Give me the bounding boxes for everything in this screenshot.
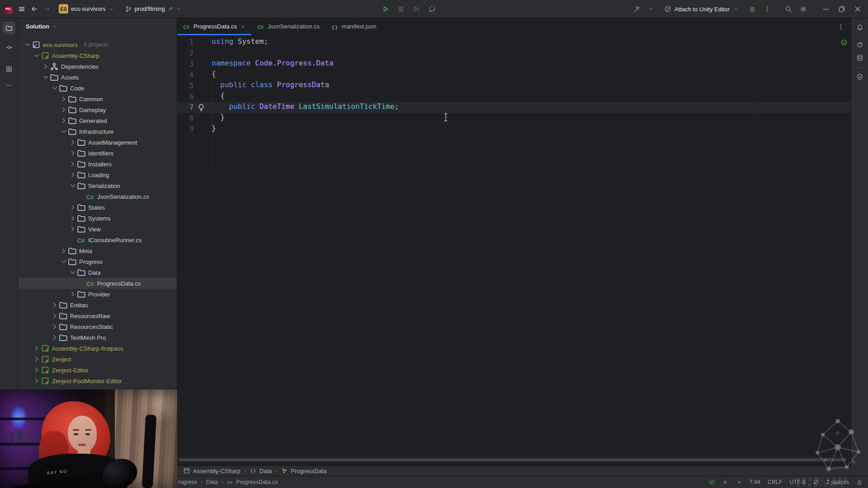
tree-item-zenject[interactable]: Zenject (18, 354, 177, 365)
close-tab-icon[interactable] (240, 24, 245, 29)
window-close-button[interactable] (854, 5, 862, 13)
tree-item-common[interactable]: Common (18, 94, 177, 104)
tree-item-infrastructure[interactable]: Infrastructure (18, 126, 177, 137)
tree-item-textmesh-pro[interactable]: TextMesh Pro (18, 332, 177, 343)
tree-expanded-chevron-icon[interactable] (69, 182, 77, 190)
tree-item-icoroutinerunner-cs[interactable]: C#ICoroutineRunner.cs (18, 235, 177, 245)
unity-profile-button[interactable] (428, 5, 437, 14)
tree-item-assets[interactable]: Assets (18, 72, 177, 83)
gutter-line-6[interactable]: 6 (177, 91, 212, 102)
navigate-back-icon[interactable] (31, 5, 38, 13)
tree-item-assembly-csharp[interactable]: Assembly-CSharp (18, 50, 177, 61)
breadcrumb-assembly-csharp[interactable]: Assembly-CSharp (183, 467, 241, 474)
tree-collapsed-chevron-icon[interactable] (69, 160, 77, 168)
tree-collapsed-chevron-icon[interactable] (51, 323, 59, 331)
code-editor[interactable]: 123456789 using System;namespace Code.Pr… (177, 35, 851, 465)
tree-item-progressdata-cs[interactable]: C#ProgressData.cs (18, 278, 177, 289)
gutter-line-1[interactable]: 1 (177, 37, 212, 48)
tree-item-zenject-editor[interactable]: Zenject-Editor (18, 365, 177, 375)
tree-item-resourcesstatic[interactable]: ResourcesStatic (18, 321, 177, 332)
pause-button[interactable] (397, 5, 405, 13)
breadcrumb-progressdata[interactable]: ProgressData (281, 467, 326, 474)
tree-collapsed-chevron-icon[interactable] (69, 203, 77, 211)
tree-collapsed-chevron-icon[interactable] (51, 312, 59, 320)
more-actions-icon[interactable] (764, 5, 771, 13)
tree-item-view[interactable]: View (18, 224, 177, 235)
tree-item-data[interactable]: Data (18, 267, 177, 278)
tree-expanded-chevron-icon[interactable] (51, 84, 59, 92)
tree-item-zenject-poolmonitor-editor[interactable]: Zenject-PoolMonitor-Editor (18, 375, 177, 386)
tree-item-jsonserialization-cs[interactable]: C#JsonSerialization.cs (18, 191, 177, 202)
gutter-line-7[interactable]: 7 (177, 102, 212, 113)
tree-item-code[interactable]: Code (18, 83, 177, 94)
tree-collapsed-chevron-icon[interactable] (33, 355, 41, 363)
vcs-branch-selector[interactable]: prod/filming (122, 4, 184, 14)
tree-collapsed-chevron-icon[interactable] (60, 95, 68, 103)
tab-manifest-json[interactable]: { }manifest.json (326, 18, 382, 35)
tree-item-assembly-csharp-firstpass[interactable]: Assembly-CSharp-firstpass (18, 343, 177, 354)
navigate-forward-icon[interactable] (43, 5, 51, 13)
tree-item-resourcesraw[interactable]: ResourcesRaw (18, 310, 177, 321)
tree-collapsed-chevron-icon[interactable] (33, 377, 41, 385)
tab-options-icon[interactable] (837, 23, 844, 30)
tree-collapsed-chevron-icon[interactable] (69, 290, 77, 298)
debug-button[interactable] (749, 5, 756, 13)
tree-expanded-chevron-icon[interactable] (24, 41, 32, 49)
tree-collapsed-chevron-icon[interactable] (42, 62, 50, 70)
gutter-line-9[interactable]: 9 (177, 124, 212, 135)
more-tool-windows-button[interactable] (5, 82, 13, 89)
tree-collapsed-chevron-icon[interactable] (60, 117, 68, 125)
problems-shield-icon[interactable] (856, 73, 863, 80)
gutter-line-4[interactable]: 4 (177, 70, 212, 80)
gutter-line-3[interactable]: 3 (177, 59, 212, 70)
status-unity-status[interactable] (736, 479, 742, 485)
settings-gear-icon[interactable] (800, 5, 807, 13)
tree-collapsed-chevron-icon[interactable] (69, 214, 77, 222)
tree-item-loading[interactable]: Loading (18, 169, 177, 180)
tree-item-states[interactable]: States (18, 202, 177, 213)
status-code-vision-status[interactable]: N (722, 479, 729, 485)
main-menu-icon[interactable] (18, 5, 25, 13)
tree-item-progress[interactable]: Progress (18, 256, 177, 267)
gutter-line-2[interactable]: 2 (177, 48, 212, 59)
tree-item-serialization[interactable]: Serialization (18, 180, 177, 191)
status-path-progressdata-cs[interactable]: C#ProgressData.cs (227, 479, 278, 485)
run-configuration-selector[interactable]: Attach to Unity Editor (661, 4, 741, 14)
gutter-line-5[interactable]: 5 (177, 80, 212, 91)
tree-item-assetmanagement[interactable]: AssetManagement (18, 137, 177, 148)
window-minimize-button[interactable] (822, 5, 830, 13)
tree-collapsed-chevron-icon[interactable] (51, 301, 59, 309)
window-restore-button[interactable] (838, 5, 846, 13)
solution-panel-header[interactable]: Solution (18, 18, 177, 35)
solution-explorer-tool-button[interactable] (3, 22, 15, 34)
tree-item-systems[interactable]: Systems (18, 213, 177, 224)
status-path-rogress[interactable]: rogress (178, 479, 197, 485)
tree-collapsed-chevron-icon[interactable] (60, 106, 68, 114)
run-button[interactable] (382, 5, 389, 13)
tab-jsonserialization-cs[interactable]: C#JsonSerialization.cs (251, 18, 326, 35)
notifications-bell-icon[interactable] (856, 24, 863, 31)
tree-collapsed-chevron-icon[interactable] (69, 138, 77, 146)
ai-assistant-icon[interactable] (856, 41, 863, 48)
tree-item-provider[interactable]: Provider (18, 289, 177, 300)
tree-collapsed-chevron-icon[interactable] (69, 171, 77, 179)
tree-collapsed-chevron-icon[interactable] (33, 344, 41, 352)
structure-tool-button[interactable] (5, 66, 13, 73)
tree-item-meta[interactable]: Meta (18, 245, 177, 256)
tree-collapsed-chevron-icon[interactable] (33, 366, 41, 374)
tree-item-identifiers[interactable]: Identifiers (18, 148, 177, 159)
tree-item-entitas[interactable]: Entitas (18, 300, 177, 310)
tree-item-dependencies[interactable]: Dependencies (18, 61, 177, 72)
database-tool-icon[interactable] (856, 54, 863, 61)
step-button[interactable] (413, 5, 420, 13)
tree-collapsed-chevron-icon[interactable] (69, 225, 77, 233)
status-caret-position[interactable]: 7:44 (750, 479, 760, 485)
breadcrumb-data[interactable]: Data (250, 467, 272, 474)
run-config-chevron-icon[interactable] (648, 6, 654, 12)
build-hammer-icon[interactable] (633, 5, 641, 13)
horizontal-scrollbar[interactable] (179, 458, 846, 461)
tab-progressdata-cs[interactable]: C#ProgressData.cs (177, 18, 251, 35)
status-line-separator[interactable]: CRLF (768, 479, 783, 485)
inspection-ok-icon[interactable] (840, 39, 848, 46)
tree-expanded-chevron-icon[interactable] (60, 258, 68, 266)
